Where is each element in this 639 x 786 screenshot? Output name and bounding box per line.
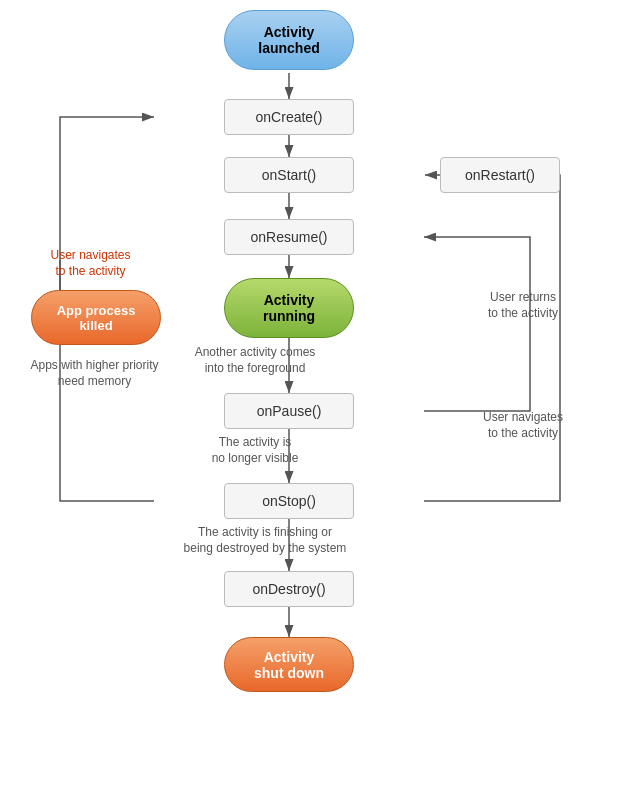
on-resume-node: onResume()	[224, 219, 354, 255]
app-process-killed-label: App process killed	[57, 303, 136, 333]
on-start-node: onStart()	[224, 157, 354, 193]
activity-launched-label: Activity launched	[258, 24, 319, 56]
activity-shut-down-node: Activity shut down	[224, 637, 354, 692]
on-create-label: onCreate()	[256, 109, 323, 125]
on-destroy-label: onDestroy()	[252, 581, 325, 597]
on-start-label: onStart()	[262, 167, 316, 183]
no-longer-visible-label: The activity is no longer visible	[175, 435, 335, 466]
on-restart-label: onRestart()	[465, 167, 535, 183]
another-activity-label: Another activity comes into the foregrou…	[175, 345, 335, 376]
activity-launched-node: Activity launched	[224, 10, 354, 70]
user-returns-label: User returns to the activity	[458, 290, 588, 321]
on-resume-label: onResume()	[250, 229, 327, 245]
activity-running-label: Activity running	[263, 292, 315, 324]
user-navigates-label: User navigates to the activity	[28, 248, 153, 279]
on-stop-label: onStop()	[262, 493, 316, 509]
activity-shut-down-label: Activity shut down	[254, 649, 324, 681]
on-destroy-node: onDestroy()	[224, 571, 354, 607]
apps-priority-label: Apps with higher priority need memory	[22, 358, 167, 389]
on-pause-label: onPause()	[257, 403, 322, 419]
on-restart-node: onRestart()	[440, 157, 560, 193]
activity-running-node: Activity running	[224, 278, 354, 338]
on-stop-node: onStop()	[224, 483, 354, 519]
finishing-destroyed-label: The activity is finishing or being destr…	[155, 525, 375, 556]
on-create-node: onCreate()	[224, 99, 354, 135]
app-process-killed-node: App process killed	[31, 290, 161, 345]
activity-lifecycle-diagram: Activity launched onCreate() onStart() o…	[0, 0, 639, 786]
user-navigates-2-label: User navigates to the activity	[458, 410, 588, 441]
on-pause-node: onPause()	[224, 393, 354, 429]
